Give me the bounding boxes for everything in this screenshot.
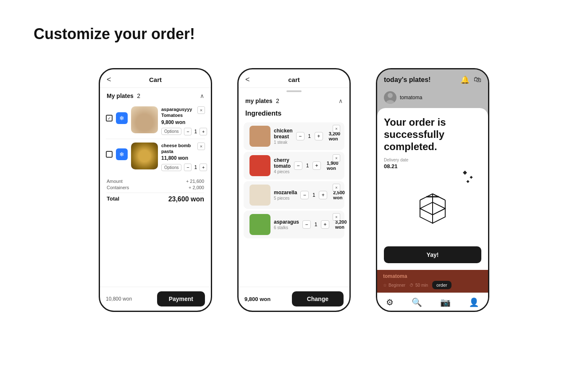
- total-value: 23,600 won: [168, 195, 204, 203]
- ingredient-price-3: 2,500 won: [333, 190, 345, 200]
- myplates-section: my plates 2 ∧: [239, 94, 349, 107]
- ingredient-info-2: cherry tomato 4 pieces: [274, 157, 291, 174]
- ingredient-desc-2: 4 pieces: [274, 169, 291, 174]
- bag-icon[interactable]: 🛍: [474, 75, 481, 85]
- diamond-decoration: [452, 169, 477, 195]
- decrease-ing-4[interactable]: −: [302, 220, 311, 229]
- ing-qty-1: 1: [307, 133, 312, 139]
- tags-row: ☆ Beginner ⏱ 50 min order: [383, 281, 482, 289]
- decrease-qty-2[interactable]: −: [184, 164, 192, 171]
- containers-label: Containers: [107, 185, 129, 190]
- section-title-group: My plates 2: [107, 92, 140, 100]
- decrease-qty-1[interactable]: −: [184, 128, 192, 135]
- ingredients-title: cart: [288, 76, 300, 83]
- ingredient-controls-1: − 1 +: [296, 132, 323, 140]
- ingredient-name-3: mozarella: [274, 190, 297, 195]
- chevron-up-icon-p2[interactable]: ∧: [339, 98, 343, 104]
- ing-qty-2: 1: [305, 163, 310, 169]
- chevron-up-icon[interactable]: ∧: [200, 92, 204, 99]
- decrease-ing-2[interactable]: −: [294, 161, 302, 170]
- item-controls-2: Options − 1 +: [161, 164, 207, 171]
- increase-ing-2[interactable]: +: [312, 161, 321, 170]
- snowflake-icon-1: ❄: [116, 112, 128, 124]
- remove-ing-4[interactable]: ×: [333, 213, 340, 221]
- profile-nav-icon[interactable]: 👤: [469, 297, 479, 307]
- notification-icon[interactable]: 🔔: [460, 75, 470, 85]
- amount-row: Amount + 21,600: [107, 179, 204, 184]
- total-row: Total 23,600 won: [107, 193, 204, 203]
- svg-rect-2: [463, 171, 467, 175]
- delivery-label: Delivery date: [384, 158, 481, 162]
- time-label: 50 min: [415, 283, 428, 288]
- item-image-1: [131, 106, 158, 133]
- header-icons: 🔔 🛍: [460, 75, 481, 85]
- cart-header: < Cart: [100, 69, 211, 88]
- menu-nav-icon[interactable]: ⚙: [386, 297, 394, 307]
- order-tag-button[interactable]: order: [432, 281, 452, 289]
- ingredient-item-1: chicken breast 1 steak − 1 + 3,200 won ×: [244, 122, 344, 150]
- ingredient-info-4: asparagus 6 stalks: [274, 219, 299, 230]
- phone-order-complete: today's plates! 🔔 🛍 tomatoma Your: [376, 68, 489, 312]
- bottom-strip: tomatoma ☆ Beginner ⏱ 50 min order: [377, 270, 488, 293]
- time-tag: ⏱ 50 min: [410, 281, 428, 289]
- star-icon: ☆: [383, 283, 387, 288]
- ingredient-name-2: cherry tomato: [274, 157, 291, 169]
- ing-qty-3: 1: [311, 192, 316, 198]
- payment-button[interactable]: Payment: [157, 291, 205, 306]
- drag-handle[interactable]: [286, 90, 302, 92]
- ingredient-controls-2: − 1 +: [294, 161, 321, 170]
- total-label: Total: [107, 195, 119, 203]
- options-button-1[interactable]: Options: [161, 128, 181, 135]
- ingredient-item-2: cherry tomato 4 pieces − 1 + 1,900 won ×: [244, 152, 344, 180]
- increase-qty-2[interactable]: +: [200, 164, 207, 171]
- cart-item-1: ❄ asparagusyyyTomatoes 9,800 won Options…: [100, 103, 211, 139]
- section-title-group-p2: my plates 2: [245, 97, 279, 105]
- camera-nav-icon[interactable]: 📷: [440, 297, 451, 307]
- ingredient-name-1: chicken breast: [274, 128, 293, 140]
- remove-ing-3[interactable]: ×: [333, 184, 340, 191]
- ingredient-desc-4: 6 stalks: [274, 225, 299, 230]
- remove-button-1[interactable]: ×: [197, 106, 205, 114]
- item-checkbox-1[interactable]: [106, 115, 113, 121]
- item-price-1: 9,800 won: [161, 119, 207, 125]
- increase-ing-1[interactable]: +: [315, 132, 323, 140]
- beginner-tag: ☆ Beginner: [383, 281, 405, 289]
- ingredient-controls-3: − 1 +: [300, 191, 327, 199]
- ingredient-desc-1: 1 steak: [274, 140, 293, 145]
- cart-footer: 10,800 won Payment: [100, 287, 211, 311]
- order-complete-title: Your order is successfully completed.: [384, 116, 481, 153]
- svg-rect-4: [466, 180, 469, 183]
- app-header: today's plates! 🔔 🛍: [377, 69, 488, 89]
- svg-point-0: [388, 93, 393, 98]
- yay-button[interactable]: Yay!: [384, 246, 481, 263]
- back-button-p2[interactable]: <: [245, 75, 250, 84]
- remove-ing-1[interactable]: ×: [333, 125, 340, 132]
- order-content: Your order is successfully completed. De…: [377, 108, 488, 270]
- increase-ing-4[interactable]: +: [321, 220, 329, 229]
- item-checkbox-2[interactable]: [106, 151, 113, 158]
- remove-button-2[interactable]: ×: [197, 143, 205, 150]
- beginner-label: Beginner: [388, 283, 405, 288]
- remove-ing-2[interactable]: ×: [333, 154, 340, 162]
- decrease-ing-3[interactable]: −: [300, 191, 309, 199]
- clock-icon: ⏱: [410, 283, 414, 288]
- ing-qty-4: 1: [313, 222, 318, 227]
- containers-row: Containers + 2,000: [107, 185, 204, 190]
- section-title-p2: my plates: [245, 98, 273, 104]
- cart-totals: Amount + 21,600 Containers + 2,000 Total…: [100, 174, 211, 207]
- options-button-2[interactable]: Options: [161, 164, 181, 171]
- quantity-1: 1: [194, 129, 197, 135]
- my-plates-section: My plates 2 ∧: [100, 88, 211, 103]
- ingredients-header: < cart: [239, 69, 349, 88]
- ingredient-price-4: 3,200 won: [335, 219, 347, 230]
- decrease-ing-1[interactable]: −: [296, 132, 304, 140]
- back-button[interactable]: <: [107, 75, 111, 84]
- increase-qty-1[interactable]: +: [200, 128, 207, 135]
- delivery-date: 08.21: [384, 163, 481, 169]
- increase-ing-3[interactable]: +: [319, 191, 327, 199]
- search-nav-icon[interactable]: 🔍: [412, 297, 422, 307]
- ingredient-item-3: mozarella 5 pieces − 1 + 2,500 won ×: [244, 181, 344, 209]
- change-button[interactable]: Change: [292, 291, 344, 306]
- amount-value: + 21,600: [186, 179, 204, 184]
- ingredient-item-4: asparagus 6 stalks − 1 + 3,200 won ×: [244, 211, 344, 238]
